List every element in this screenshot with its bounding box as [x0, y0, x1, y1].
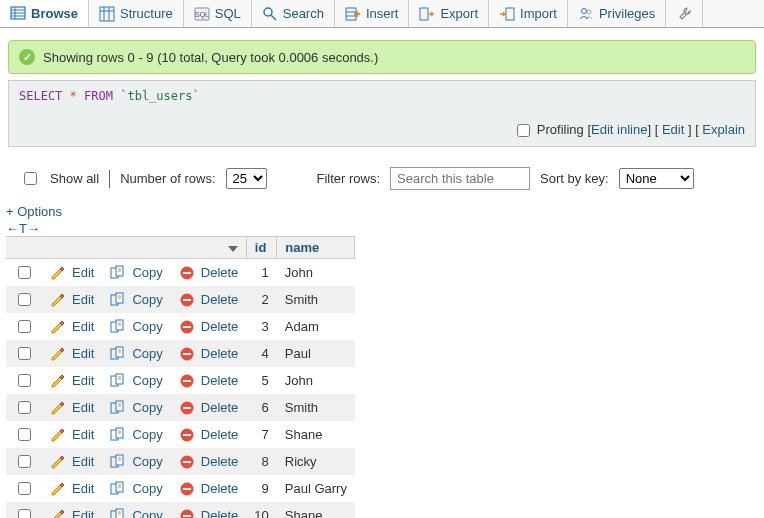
show-all-checkbox[interactable]: [24, 172, 37, 185]
row-copy-link[interactable]: Copy: [110, 373, 162, 389]
row-edit-link[interactable]: Edit: [50, 481, 94, 497]
row-checkbox[interactable]: [18, 266, 31, 279]
pencil-icon: [50, 508, 66, 519]
profiling-checkbox[interactable]: [517, 124, 530, 137]
row-checkbox[interactable]: [18, 428, 31, 441]
row-copy-link[interactable]: Copy: [110, 346, 162, 362]
tab-label: Browse: [31, 6, 78, 21]
cell-id: 8: [246, 448, 276, 475]
row-copy-link[interactable]: Copy: [110, 481, 162, 497]
copy-icon: [110, 400, 126, 416]
num-rows-select[interactable]: 25: [226, 168, 267, 189]
row-edit-link[interactable]: Edit: [50, 508, 94, 519]
table-row: Edit Copy Delete 10 Shane: [6, 502, 355, 518]
edit-inline-link[interactable]: Edit inline: [591, 122, 647, 137]
row-edit-link[interactable]: Edit: [50, 292, 94, 308]
table-row: Edit Copy Delete 7 Shane: [6, 421, 355, 448]
row-delete-label: Delete: [201, 319, 239, 334]
row-checkbox[interactable]: [18, 293, 31, 306]
row-edit-link[interactable]: Edit: [50, 373, 94, 389]
row-delete-link[interactable]: Delete: [179, 292, 239, 308]
sort-by-key-select[interactable]: None: [619, 168, 694, 189]
svg-rect-25: [183, 272, 191, 274]
row-edit-label: Edit: [72, 292, 94, 307]
row-delete-link[interactable]: Delete: [179, 400, 239, 416]
row-copy-link[interactable]: Copy: [110, 454, 162, 470]
row-delete-label: Delete: [201, 427, 239, 442]
column-header-id[interactable]: id: [246, 237, 276, 259]
row-copy-link[interactable]: Copy: [110, 319, 162, 335]
sort-icons[interactable]: ←T→: [6, 221, 40, 236]
column-header-name[interactable]: name: [277, 237, 355, 259]
row-copy-link[interactable]: Copy: [110, 400, 162, 416]
row-edit-link[interactable]: Edit: [50, 319, 94, 335]
tab-browse[interactable]: Browse: [0, 0, 89, 27]
pencil-icon: [50, 427, 66, 443]
row-edit-link[interactable]: Edit: [50, 427, 94, 443]
svg-rect-61: [183, 434, 191, 436]
row-delete-link[interactable]: Delete: [179, 427, 239, 443]
row-checkbox[interactable]: [18, 482, 31, 495]
row-delete-link[interactable]: Delete: [179, 481, 239, 497]
pencil-icon: [50, 319, 66, 335]
delete-icon: [179, 346, 195, 362]
show-all-label: Show all: [50, 171, 99, 186]
edit-link[interactable]: Edit: [662, 122, 684, 137]
row-checkbox[interactable]: [18, 374, 31, 387]
tab-import[interactable]: Import: [489, 0, 568, 27]
cell-name: Paul: [277, 340, 355, 367]
tab-sql[interactable]: SQL SQL: [184, 0, 252, 27]
sql-keyword-from: FROM: [84, 89, 113, 103]
row-copy-link[interactable]: Copy: [110, 292, 162, 308]
sort-caret-icon[interactable]: [228, 246, 238, 252]
row-copy-link[interactable]: Copy: [110, 265, 162, 281]
privileges-icon: [578, 6, 594, 22]
row-copy-label: Copy: [132, 292, 162, 307]
sql-query-box: SELECT * FROM `tbl_users` Profiling [Edi…: [8, 80, 756, 147]
row-delete-link[interactable]: Delete: [179, 454, 239, 470]
delete-icon: [179, 427, 195, 443]
cell-id: 2: [246, 286, 276, 313]
options-toggle[interactable]: + Options: [6, 204, 62, 219]
copy-icon: [110, 319, 126, 335]
table-row: Edit Copy Delete 3 Adam: [6, 313, 355, 340]
sql-icon: SQL: [194, 6, 210, 22]
row-edit-label: Edit: [72, 508, 94, 518]
row-checkbox[interactable]: [18, 509, 31, 518]
row-delete-link[interactable]: Delete: [179, 373, 239, 389]
tab-structure[interactable]: Structure: [89, 0, 184, 27]
table-row: Edit Copy Delete 8 Ricky: [6, 448, 355, 475]
pencil-icon: [50, 400, 66, 416]
row-checkbox[interactable]: [18, 347, 31, 360]
row-edit-link[interactable]: Edit: [50, 400, 94, 416]
row-checkbox[interactable]: [18, 455, 31, 468]
svg-point-19: [587, 10, 591, 14]
tab-search[interactable]: Search: [252, 0, 335, 27]
row-edit-link[interactable]: Edit: [50, 346, 94, 362]
row-copy-link[interactable]: Copy: [110, 508, 162, 519]
row-delete-link[interactable]: Delete: [179, 346, 239, 362]
row-delete-link[interactable]: Delete: [179, 319, 239, 335]
row-edit-label: Edit: [72, 319, 94, 334]
svg-rect-17: [506, 8, 514, 20]
row-delete-label: Delete: [201, 346, 239, 361]
copy-icon: [110, 481, 126, 497]
row-edit-link[interactable]: Edit: [50, 265, 94, 281]
row-delete-link[interactable]: Delete: [179, 508, 239, 519]
row-checkbox[interactable]: [18, 401, 31, 414]
cell-name: Paul Garry: [277, 475, 355, 502]
row-checkbox[interactable]: [18, 320, 31, 333]
tab-label: Search: [283, 6, 324, 21]
tab-more[interactable]: [666, 0, 703, 27]
wrench-icon: [676, 6, 692, 22]
row-delete-link[interactable]: Delete: [179, 265, 239, 281]
filter-rows-input[interactable]: [390, 167, 530, 190]
tab-export[interactable]: Export: [409, 0, 489, 27]
explain-link[interactable]: Explain: [702, 122, 745, 137]
tab-privileges[interactable]: Privileges: [568, 0, 666, 27]
separator: [109, 170, 110, 188]
tab-insert[interactable]: Insert: [335, 0, 410, 27]
row-edit-link[interactable]: Edit: [50, 454, 94, 470]
row-copy-link[interactable]: Copy: [110, 427, 162, 443]
cell-id: 3: [246, 313, 276, 340]
